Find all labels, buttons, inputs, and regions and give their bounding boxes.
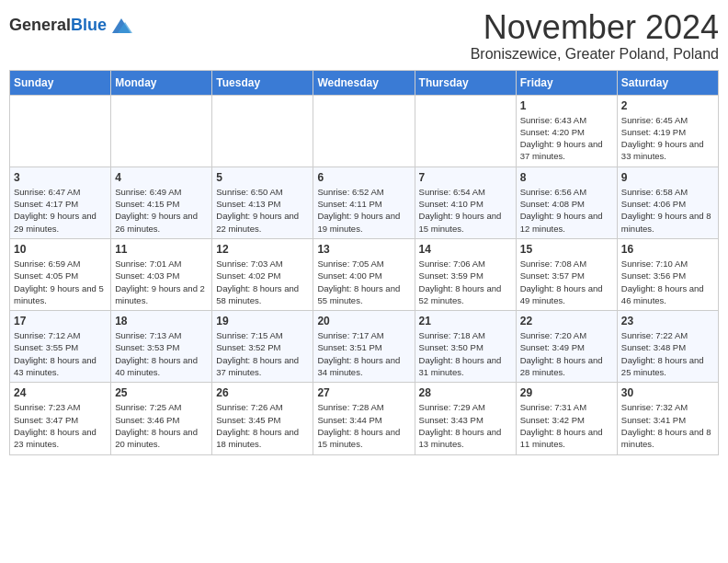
day-info: Sunrise: 6:45 AM Sunset: 4:19 PM Dayligh… [621, 114, 714, 163]
title-area: November 2024 Broniszewice, Greater Pola… [471, 9, 719, 63]
calendar-day-cell: 20Sunrise: 7:17 AM Sunset: 3:51 PM Dayli… [313, 311, 415, 383]
calendar-day-cell: 28Sunrise: 7:29 AM Sunset: 3:43 PM Dayli… [415, 383, 516, 454]
calendar-day-cell: 26Sunrise: 7:26 AM Sunset: 3:45 PM Dayli… [212, 383, 313, 454]
calendar-day-cell: 24Sunrise: 7:23 AM Sunset: 3:47 PM Dayli… [10, 383, 111, 454]
calendar-day-cell: 15Sunrise: 7:08 AM Sunset: 3:57 PM Dayli… [516, 238, 617, 310]
logo-blue: Blue [71, 16, 107, 34]
day-info: Sunrise: 7:03 AM Sunset: 4:02 PM Dayligh… [216, 258, 309, 306]
weekday-header: Wednesday [313, 70, 415, 95]
calendar-day-cell [111, 95, 212, 167]
calendar-day-cell: 4Sunrise: 6:49 AM Sunset: 4:15 PM Daylig… [111, 167, 212, 238]
page-header: GeneralBlue November 2024 Broniszewice, … [9, 9, 719, 63]
day-number: 26 [216, 386, 309, 399]
calendar-day-cell: 6Sunrise: 6:52 AM Sunset: 4:11 PM Daylig… [313, 167, 415, 238]
day-number: 10 [14, 243, 107, 256]
calendar-day-cell: 16Sunrise: 7:10 AM Sunset: 3:56 PM Dayli… [617, 238, 718, 310]
day-info: Sunrise: 6:50 AM Sunset: 4:13 PM Dayligh… [216, 186, 309, 235]
calendar-week-row: 1Sunrise: 6:43 AM Sunset: 4:20 PM Daylig… [10, 95, 719, 167]
day-info: Sunrise: 7:32 AM Sunset: 3:41 PM Dayligh… [621, 401, 714, 450]
day-number: 27 [317, 386, 410, 399]
calendar-day-cell: 11Sunrise: 7:01 AM Sunset: 4:03 PM Dayli… [111, 238, 212, 310]
day-info: Sunrise: 7:10 AM Sunset: 3:56 PM Dayligh… [621, 258, 714, 306]
day-number: 5 [216, 171, 309, 184]
calendar-day-cell: 19Sunrise: 7:15 AM Sunset: 3:52 PM Dayli… [212, 311, 313, 383]
weekday-header: Thursday [415, 70, 516, 95]
day-info: Sunrise: 6:43 AM Sunset: 4:20 PM Dayligh… [520, 114, 613, 163]
day-info: Sunrise: 7:23 AM Sunset: 3:47 PM Dayligh… [14, 401, 107, 450]
calendar-day-cell: 1Sunrise: 6:43 AM Sunset: 4:20 PM Daylig… [516, 95, 617, 167]
calendar-day-cell: 14Sunrise: 7:06 AM Sunset: 3:59 PM Dayli… [415, 238, 516, 310]
day-number: 23 [621, 315, 714, 327]
day-number: 20 [317, 315, 410, 327]
day-info: Sunrise: 7:08 AM Sunset: 3:57 PM Dayligh… [520, 258, 613, 306]
day-number: 4 [115, 171, 208, 184]
logo-general: General [9, 16, 71, 34]
day-number: 12 [216, 243, 309, 256]
day-number: 13 [317, 243, 410, 256]
calendar-day-cell: 2Sunrise: 6:45 AM Sunset: 4:19 PM Daylig… [617, 95, 718, 167]
calendar-day-cell: 22Sunrise: 7:20 AM Sunset: 3:49 PM Dayli… [516, 311, 617, 383]
day-number: 25 [115, 386, 208, 399]
calendar-day-cell: 25Sunrise: 7:25 AM Sunset: 3:46 PM Dayli… [111, 383, 212, 454]
calendar-day-cell: 3Sunrise: 6:47 AM Sunset: 4:17 PM Daylig… [10, 167, 111, 238]
calendar-day-cell: 30Sunrise: 7:32 AM Sunset: 3:41 PM Dayli… [617, 383, 718, 454]
calendar-week-row: 10Sunrise: 6:59 AM Sunset: 4:05 PM Dayli… [10, 238, 719, 310]
day-info: Sunrise: 7:15 AM Sunset: 3:52 PM Dayligh… [216, 329, 309, 378]
day-info: Sunrise: 7:13 AM Sunset: 3:53 PM Dayligh… [115, 329, 208, 378]
day-number: 7 [419, 171, 512, 184]
weekday-header: Saturday [617, 70, 718, 95]
day-number: 19 [216, 315, 309, 327]
calendar-week-row: 24Sunrise: 7:23 AM Sunset: 3:47 PM Dayli… [10, 383, 719, 454]
day-info: Sunrise: 6:56 AM Sunset: 4:08 PM Dayligh… [520, 186, 613, 235]
calendar-day-cell: 17Sunrise: 7:12 AM Sunset: 3:55 PM Dayli… [10, 311, 111, 383]
day-info: Sunrise: 7:25 AM Sunset: 3:46 PM Dayligh… [115, 401, 208, 450]
day-number: 30 [621, 386, 714, 399]
day-number: 1 [520, 99, 613, 112]
day-number: 15 [520, 243, 613, 256]
day-info: Sunrise: 7:05 AM Sunset: 4:00 PM Dayligh… [317, 258, 410, 306]
day-info: Sunrise: 7:06 AM Sunset: 3:59 PM Dayligh… [419, 258, 512, 306]
day-number: 22 [520, 315, 613, 327]
calendar-table: SundayMondayTuesdayWednesdayThursdayFrid… [9, 70, 719, 455]
calendar-header-row: SundayMondayTuesdayWednesdayThursdayFrid… [10, 70, 719, 95]
day-info: Sunrise: 7:31 AM Sunset: 3:42 PM Dayligh… [520, 401, 613, 450]
calendar-day-cell: 27Sunrise: 7:28 AM Sunset: 3:44 PM Dayli… [313, 383, 415, 454]
day-number: 14 [419, 243, 512, 256]
day-number: 8 [520, 171, 613, 184]
calendar-day-cell: 23Sunrise: 7:22 AM Sunset: 3:48 PM Dayli… [617, 311, 718, 383]
calendar-day-cell: 12Sunrise: 7:03 AM Sunset: 4:02 PM Dayli… [212, 238, 313, 310]
day-number: 16 [621, 243, 714, 256]
day-info: Sunrise: 6:47 AM Sunset: 4:17 PM Dayligh… [14, 186, 107, 235]
calendar-day-cell: 21Sunrise: 7:18 AM Sunset: 3:50 PM Dayli… [415, 311, 516, 383]
day-number: 17 [14, 315, 107, 327]
month-title: November 2024 [471, 9, 719, 46]
day-info: Sunrise: 6:49 AM Sunset: 4:15 PM Dayligh… [115, 186, 208, 235]
calendar-day-cell: 13Sunrise: 7:05 AM Sunset: 4:00 PM Dayli… [313, 238, 415, 310]
day-number: 3 [14, 171, 107, 184]
day-info: Sunrise: 6:54 AM Sunset: 4:10 PM Dayligh… [419, 186, 512, 235]
day-number: 21 [419, 315, 512, 327]
day-info: Sunrise: 7:18 AM Sunset: 3:50 PM Dayligh… [419, 329, 512, 378]
calendar-day-cell: 10Sunrise: 6:59 AM Sunset: 4:05 PM Dayli… [10, 238, 111, 310]
day-info: Sunrise: 7:01 AM Sunset: 4:03 PM Dayligh… [115, 258, 208, 306]
day-number: 2 [621, 99, 714, 112]
calendar-day-cell [415, 95, 516, 167]
day-info: Sunrise: 7:20 AM Sunset: 3:49 PM Dayligh… [520, 329, 613, 378]
day-info: Sunrise: 7:17 AM Sunset: 3:51 PM Dayligh… [317, 329, 410, 378]
location-subtitle: Broniszewice, Greater Poland, Poland [471, 46, 719, 63]
day-number: 24 [14, 386, 107, 399]
calendar-day-cell [212, 95, 313, 167]
day-info: Sunrise: 6:52 AM Sunset: 4:11 PM Dayligh… [317, 186, 410, 235]
calendar-week-row: 3Sunrise: 6:47 AM Sunset: 4:17 PM Daylig… [10, 167, 719, 238]
day-number: 6 [317, 171, 410, 184]
weekday-header: Friday [516, 70, 617, 95]
weekday-header: Sunday [10, 70, 111, 95]
day-info: Sunrise: 7:12 AM Sunset: 3:55 PM Dayligh… [14, 329, 107, 378]
day-number: 11 [115, 243, 208, 256]
calendar-week-row: 17Sunrise: 7:12 AM Sunset: 3:55 PM Dayli… [10, 311, 719, 383]
weekday-header: Monday [111, 70, 212, 95]
calendar-day-cell: 8Sunrise: 6:56 AM Sunset: 4:08 PM Daylig… [516, 167, 617, 238]
logo: GeneralBlue [9, 9, 134, 39]
calendar-day-cell: 29Sunrise: 7:31 AM Sunset: 3:42 PM Dayli… [516, 383, 617, 454]
logo-icon [108, 13, 134, 39]
